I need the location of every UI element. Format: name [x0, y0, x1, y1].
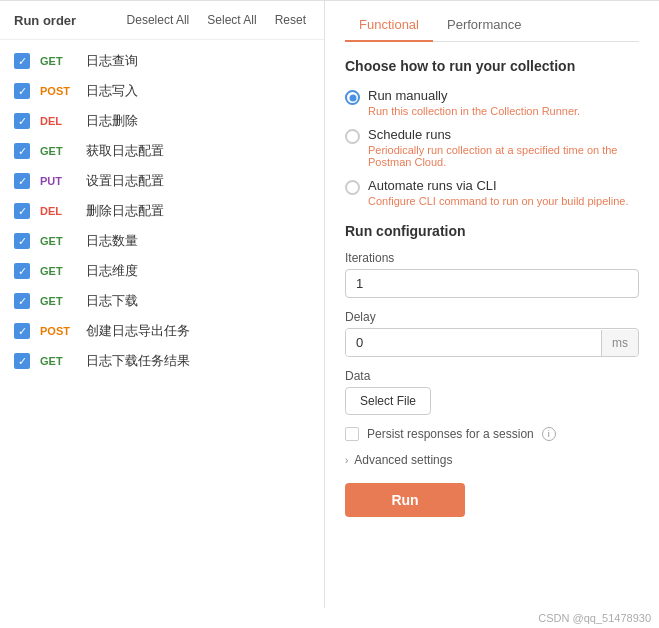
radio-option[interactable]: Schedule runsPeriodically run collection…: [345, 127, 639, 168]
request-name: 日志下载任务结果: [86, 352, 190, 370]
request-name: 日志下载: [86, 292, 138, 310]
radio-button[interactable]: [345, 90, 360, 105]
persist-row: Persist responses for a session i: [345, 427, 639, 441]
iterations-input[interactable]: [345, 269, 639, 298]
radio-desc: Configure CLI command to run on your bui…: [368, 195, 639, 207]
watermark: CSDN @qq_51478930: [0, 608, 659, 628]
radio-button[interactable]: [345, 180, 360, 195]
item-checkbox[interactable]: [14, 323, 30, 339]
run-order-title: Run order: [14, 13, 76, 28]
persist-label: Persist responses for a session: [367, 427, 534, 441]
run-button[interactable]: Run: [345, 483, 465, 517]
list-item[interactable]: GET日志下载: [0, 286, 324, 316]
item-checkbox[interactable]: [14, 173, 30, 189]
tab-performance[interactable]: Performance: [433, 9, 535, 42]
delay-input-wrapper: ms: [345, 328, 639, 357]
advanced-label: Advanced settings: [354, 453, 452, 467]
list-item[interactable]: GET获取日志配置: [0, 136, 324, 166]
radio-label: Automate runs via CLI: [368, 178, 639, 193]
radio-desc: Run this collection in the Collection Ru…: [368, 105, 639, 117]
radio-button[interactable]: [345, 129, 360, 144]
method-badge: PUT: [40, 175, 76, 187]
method-badge: POST: [40, 325, 76, 337]
request-name: 日志写入: [86, 82, 138, 100]
request-name: 删除日志配置: [86, 202, 164, 220]
persist-checkbox[interactable]: [345, 427, 359, 441]
method-badge: GET: [40, 145, 76, 157]
list-item[interactable]: GET日志下载任务结果: [0, 346, 324, 376]
tab-functional[interactable]: Functional: [345, 9, 433, 42]
method-badge: GET: [40, 235, 76, 247]
request-name: 日志查询: [86, 52, 138, 70]
method-badge: GET: [40, 355, 76, 367]
method-badge: DEL: [40, 115, 76, 127]
list-item[interactable]: GET日志数量: [0, 226, 324, 256]
radio-option[interactable]: Automate runs via CLIConfigure CLI comma…: [345, 178, 639, 207]
item-checkbox[interactable]: [14, 113, 30, 129]
chevron-right-icon: ›: [345, 455, 348, 466]
item-checkbox[interactable]: [14, 83, 30, 99]
left-header: Run order Deselect All Select All Reset: [0, 1, 324, 40]
item-checkbox[interactable]: [14, 293, 30, 309]
request-name: 获取日志配置: [86, 142, 164, 160]
advanced-settings[interactable]: › Advanced settings: [345, 453, 639, 467]
list-item[interactable]: DEL日志删除: [0, 106, 324, 136]
delay-label: Delay: [345, 310, 639, 324]
radio-option[interactable]: Run manuallyRun this collection in the C…: [345, 88, 639, 117]
request-name: 日志数量: [86, 232, 138, 250]
method-badge: DEL: [40, 205, 76, 217]
select-all-button[interactable]: Select All: [203, 11, 260, 29]
method-badge: GET: [40, 265, 76, 277]
list-item[interactable]: POST日志写入: [0, 76, 324, 106]
list-item[interactable]: GET日志查询: [0, 46, 324, 76]
list-item[interactable]: GET日志维度: [0, 256, 324, 286]
data-field: Data Select File: [345, 369, 639, 415]
delay-field: Delay ms: [345, 310, 639, 357]
item-checkbox[interactable]: [14, 203, 30, 219]
radio-content: Automate runs via CLIConfigure CLI comma…: [368, 178, 639, 207]
deselect-all-button[interactable]: Deselect All: [123, 11, 194, 29]
iterations-field: Iterations: [345, 251, 639, 298]
tab-bar: FunctionalPerformance: [345, 1, 639, 42]
iterations-label: Iterations: [345, 251, 639, 265]
list-item[interactable]: PUT设置日志配置: [0, 166, 324, 196]
right-panel: FunctionalPerformance Choose how to run …: [325, 1, 659, 608]
delay-input[interactable]: [346, 329, 601, 356]
request-list: GET日志查询POST日志写入DEL日志删除GET获取日志配置PUT设置日志配置…: [0, 40, 324, 382]
delay-unit: ms: [601, 330, 638, 356]
method-badge: POST: [40, 85, 76, 97]
item-checkbox[interactable]: [14, 143, 30, 159]
list-item[interactable]: DEL删除日志配置: [0, 196, 324, 226]
request-name: 创建日志导出任务: [86, 322, 190, 340]
item-checkbox[interactable]: [14, 353, 30, 369]
radio-label: Schedule runs: [368, 127, 639, 142]
reset-button[interactable]: Reset: [271, 11, 310, 29]
run-config-title: Run configuration: [345, 223, 639, 239]
radio-content: Schedule runsPeriodically run collection…: [368, 127, 639, 168]
left-panel: Run order Deselect All Select All Reset …: [0, 1, 325, 608]
method-badge: GET: [40, 55, 76, 67]
item-checkbox[interactable]: [14, 263, 30, 279]
radio-content: Run manuallyRun this collection in the C…: [368, 88, 639, 117]
select-file-button[interactable]: Select File: [345, 387, 431, 415]
radio-group: Run manuallyRun this collection in the C…: [345, 88, 639, 207]
info-icon: i: [542, 427, 556, 441]
item-checkbox[interactable]: [14, 53, 30, 69]
data-label: Data: [345, 369, 639, 383]
choose-title: Choose how to run your collection: [345, 58, 639, 74]
list-item[interactable]: POST创建日志导出任务: [0, 316, 324, 346]
item-checkbox[interactable]: [14, 233, 30, 249]
radio-desc: Periodically run collection at a specifi…: [368, 144, 639, 168]
method-badge: GET: [40, 295, 76, 307]
request-name: 日志删除: [86, 112, 138, 130]
radio-label: Run manually: [368, 88, 639, 103]
request-name: 设置日志配置: [86, 172, 164, 190]
request-name: 日志维度: [86, 262, 138, 280]
